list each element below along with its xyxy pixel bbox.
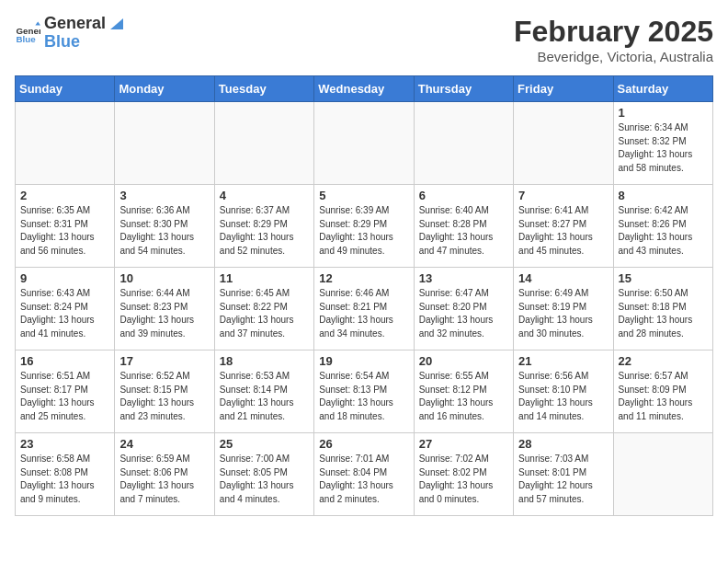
calendar-cell: 18Sunrise: 6:53 AM Sunset: 8:14 PM Dayli… [214,350,313,433]
day-info: Sunrise: 6:40 AM Sunset: 8:28 PM Dayligh… [419,204,508,258]
day-info: Sunrise: 6:57 AM Sunset: 8:09 PM Dayligh… [619,370,708,423]
day-info: Sunrise: 6:54 AM Sunset: 8:13 PM Dayligh… [319,370,408,423]
calendar-week-row: 2Sunrise: 6:35 AM Sunset: 8:31 PM Daylig… [16,185,713,268]
day-number: 20 [419,354,508,368]
day-number: 22 [619,354,708,368]
day-info: Sunrise: 6:37 AM Sunset: 8:29 PM Dayligh… [220,204,309,258]
day-number: 2 [20,189,109,202]
month-year-title: February 2025 [514,15,713,49]
calendar-cell [613,433,712,516]
day-info: Sunrise: 6:50 AM Sunset: 8:18 PM Dayligh… [619,287,708,340]
day-number: 17 [119,354,209,368]
day-number: 16 [20,354,109,368]
day-info: Sunrise: 6:43 AM Sunset: 8:24 PM Dayligh… [20,287,109,340]
calendar-cell: 26Sunrise: 7:01 AM Sunset: 8:04 PM Dayli… [314,433,414,516]
day-info: Sunrise: 6:36 AM Sunset: 8:30 PM Dayligh… [119,204,209,258]
svg-text:Blue: Blue [16,34,36,44]
day-number: 19 [319,354,408,368]
day-number: 28 [518,437,608,451]
calendar-cell [514,102,613,185]
day-number: 14 [518,271,608,285]
title-area: February 2025 Beveridge, Victoria, Austr… [514,15,713,64]
calendar-cell: 4Sunrise: 6:37 AM Sunset: 8:29 PM Daylig… [214,185,313,268]
logo-blue-text: Blue [44,32,80,51]
calendar-cell: 21Sunrise: 6:56 AM Sunset: 8:10 PM Dayli… [514,350,613,433]
calendar-cell: 28Sunrise: 7:03 AM Sunset: 8:01 PM Dayli… [514,433,613,516]
calendar-cell: 2Sunrise: 6:35 AM Sunset: 8:31 PM Daylig… [16,185,115,268]
calendar-cell: 23Sunrise: 6:58 AM Sunset: 8:08 PM Dayli… [16,433,115,516]
day-info: Sunrise: 6:53 AM Sunset: 8:14 PM Dayligh… [220,370,309,423]
calendar-cell: 9Sunrise: 6:43 AM Sunset: 8:24 PM Daylig… [16,268,115,350]
day-number: 3 [119,189,209,202]
logo-icon: General Blue [15,20,40,46]
day-number: 11 [220,271,309,285]
calendar-week-row: 23Sunrise: 6:58 AM Sunset: 8:08 PM Dayli… [16,433,713,516]
logo-general-text: General [44,15,106,33]
day-info: Sunrise: 6:51 AM Sunset: 8:17 PM Dayligh… [20,370,109,423]
calendar-header-wednesday: Wednesday [314,76,414,102]
day-number: 25 [220,437,309,451]
calendar-header-row: SundayMondayTuesdayWednesdayThursdayFrid… [16,76,713,102]
day-number: 4 [220,189,309,202]
day-info: Sunrise: 6:58 AM Sunset: 8:08 PM Dayligh… [20,453,109,506]
day-info: Sunrise: 6:55 AM Sunset: 8:12 PM Dayligh… [419,370,508,423]
calendar-cell: 16Sunrise: 6:51 AM Sunset: 8:17 PM Dayli… [16,350,115,433]
calendar-week-row: 9Sunrise: 6:43 AM Sunset: 8:24 PM Daylig… [16,268,713,350]
calendar-cell: 11Sunrise: 6:45 AM Sunset: 8:22 PM Dayli… [214,268,313,350]
calendar-cell: 3Sunrise: 6:36 AM Sunset: 8:30 PM Daylig… [115,185,214,268]
day-info: Sunrise: 6:59 AM Sunset: 8:06 PM Dayligh… [119,453,209,506]
calendar-cell: 8Sunrise: 6:42 AM Sunset: 8:26 PM Daylig… [613,185,712,268]
calendar-cell: 7Sunrise: 6:41 AM Sunset: 8:27 PM Daylig… [514,185,613,268]
day-number: 12 [319,271,408,285]
calendar-week-row: 1Sunrise: 6:34 AM Sunset: 8:32 PM Daylig… [16,102,713,185]
calendar-cell: 20Sunrise: 6:55 AM Sunset: 8:12 PM Dayli… [414,350,513,433]
calendar-cell: 25Sunrise: 7:00 AM Sunset: 8:05 PM Dayli… [214,433,313,516]
day-number: 26 [319,437,408,451]
day-number: 21 [518,354,608,368]
day-info: Sunrise: 6:35 AM Sunset: 8:31 PM Dayligh… [20,204,109,258]
day-number: 24 [119,437,209,451]
calendar-cell: 5Sunrise: 6:39 AM Sunset: 8:29 PM Daylig… [314,185,414,268]
calendar-table: SundayMondayTuesdayWednesdayThursdayFrid… [15,75,713,516]
day-info: Sunrise: 7:03 AM Sunset: 8:01 PM Dayligh… [518,453,608,506]
calendar-header-saturday: Saturday [613,76,712,102]
day-info: Sunrise: 6:41 AM Sunset: 8:27 PM Dayligh… [518,204,608,258]
day-info: Sunrise: 7:00 AM Sunset: 8:05 PM Dayligh… [220,453,309,506]
calendar-cell: 15Sunrise: 6:50 AM Sunset: 8:18 PM Dayli… [613,268,712,350]
day-info: Sunrise: 6:45 AM Sunset: 8:22 PM Dayligh… [220,287,309,340]
logo: General Blue General Blue [15,15,123,52]
calendar-cell [214,102,313,185]
day-number: 8 [619,189,708,202]
calendar-header-sunday: Sunday [16,76,115,102]
day-info: Sunrise: 6:47 AM Sunset: 8:20 PM Dayligh… [419,287,508,340]
calendar-header-friday: Friday [514,76,613,102]
logo-triangle-icon [107,17,123,33]
day-number: 18 [220,354,309,368]
calendar-cell [414,102,513,185]
calendar-cell [115,102,214,185]
day-number: 15 [619,271,708,285]
calendar-header-monday: Monday [115,76,214,102]
svg-marker-3 [110,18,123,29]
day-number: 6 [419,189,508,202]
day-info: Sunrise: 6:44 AM Sunset: 8:23 PM Dayligh… [119,287,209,340]
day-number: 7 [518,189,608,202]
calendar-cell: 14Sunrise: 6:49 AM Sunset: 8:19 PM Dayli… [514,268,613,350]
calendar-cell: 6Sunrise: 6:40 AM Sunset: 8:28 PM Daylig… [414,185,513,268]
calendar-cell: 19Sunrise: 6:54 AM Sunset: 8:13 PM Dayli… [314,350,414,433]
calendar-cell: 10Sunrise: 6:44 AM Sunset: 8:23 PM Dayli… [115,268,214,350]
calendar-cell: 12Sunrise: 6:46 AM Sunset: 8:21 PM Dayli… [314,268,414,350]
calendar-header-thursday: Thursday [414,76,513,102]
calendar-cell: 1Sunrise: 6:34 AM Sunset: 8:32 PM Daylig… [613,102,712,185]
header: General Blue General Blue February 2025 … [15,15,713,64]
day-info: Sunrise: 7:01 AM Sunset: 8:04 PM Dayligh… [319,453,408,506]
calendar-cell [16,102,115,185]
calendar-header-tuesday: Tuesday [214,76,313,102]
day-number: 5 [319,189,408,202]
day-info: Sunrise: 6:42 AM Sunset: 8:26 PM Dayligh… [619,204,708,258]
svg-marker-2 [35,21,40,25]
day-number: 27 [419,437,508,451]
day-number: 1 [619,106,708,120]
day-info: Sunrise: 6:46 AM Sunset: 8:21 PM Dayligh… [319,287,408,340]
day-number: 10 [119,271,209,285]
